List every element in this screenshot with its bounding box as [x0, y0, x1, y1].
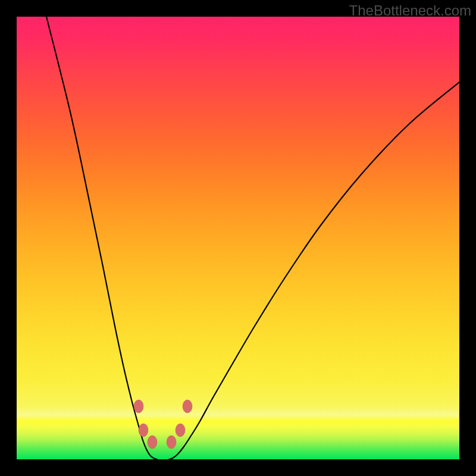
chart-frame — [17, 17, 459, 459]
marker-dot — [183, 400, 192, 413]
watermark-text: TheBottleneck.com — [349, 2, 471, 19]
right-curve — [169, 82, 459, 459]
marker-dot — [134, 400, 143, 413]
chart-overlay — [17, 17, 459, 459]
marker-dot — [167, 436, 176, 449]
left-curve — [46, 17, 157, 459]
marker-dot — [139, 424, 148, 437]
marker-dot — [176, 424, 185, 437]
marker-dot — [148, 436, 157, 449]
